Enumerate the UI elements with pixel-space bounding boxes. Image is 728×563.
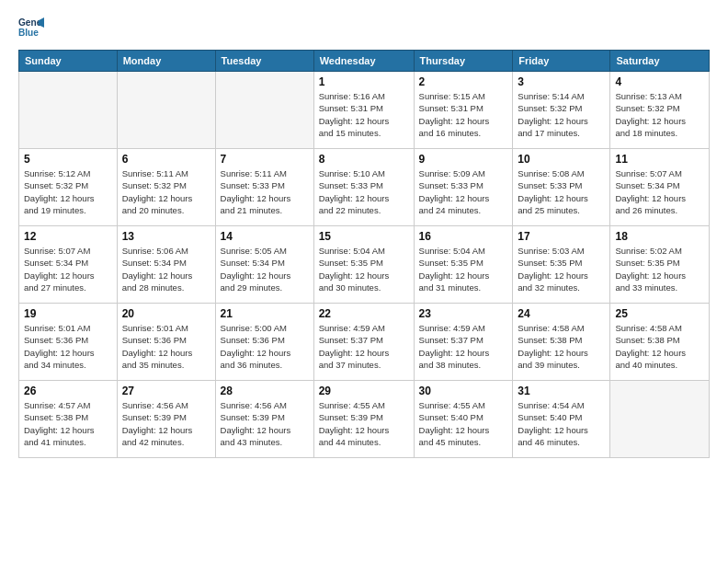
calendar-cell: 29Sunrise: 4:55 AM Sunset: 5:39 PM Dayli… — [313, 381, 414, 458]
day-info: Sunrise: 4:58 AM Sunset: 5:38 PM Dayligh… — [615, 322, 704, 371]
day-number: 29 — [319, 385, 409, 397]
day-number: 28 — [221, 385, 309, 397]
calendar-cell: 28Sunrise: 4:56 AM Sunset: 5:39 PM Dayli… — [215, 381, 313, 458]
day-number: 9 — [419, 153, 508, 166]
day-number: 7 — [221, 153, 309, 166]
calendar-cell: 18Sunrise: 5:02 AM Sunset: 5:35 PM Dayli… — [610, 226, 710, 304]
day-info: Sunrise: 5:03 AM Sunset: 5:35 PM Dayligh… — [518, 245, 605, 293]
calendar-week-row: 12Sunrise: 5:07 AM Sunset: 5:34 PM Dayli… — [19, 226, 710, 304]
calendar-cell: 8Sunrise: 5:10 AM Sunset: 5:33 PM Daylig… — [313, 149, 414, 226]
calendar-cell: 7Sunrise: 5:11 AM Sunset: 5:33 PM Daylig… — [215, 149, 313, 226]
calendar-cell: 31Sunrise: 4:54 AM Sunset: 5:40 PM Dayli… — [513, 381, 610, 458]
day-number: 11 — [615, 153, 704, 166]
logo-icon: General Blue — [18, 15, 44, 40]
day-number: 27 — [122, 385, 210, 397]
day-info: Sunrise: 4:55 AM Sunset: 5:40 PM Dayligh… — [419, 399, 508, 448]
calendar-cell: 10Sunrise: 5:08 AM Sunset: 5:33 PM Dayli… — [513, 149, 610, 226]
calendar-table: SundayMondayTuesdayWednesdayThursdayFrid… — [18, 50, 710, 458]
day-number: 19 — [24, 307, 112, 320]
calendar-cell: 6Sunrise: 5:11 AM Sunset: 5:32 PM Daylig… — [117, 149, 215, 226]
calendar-cell: 30Sunrise: 4:55 AM Sunset: 5:40 PM Dayli… — [414, 381, 513, 458]
day-info: Sunrise: 5:00 AM Sunset: 5:36 PM Dayligh… — [221, 322, 309, 371]
day-number: 2 — [419, 75, 508, 88]
day-info: Sunrise: 5:08 AM Sunset: 5:33 PM Dayligh… — [518, 167, 605, 216]
day-number: 12 — [24, 230, 112, 243]
calendar-cell: 26Sunrise: 4:57 AM Sunset: 5:38 PM Dayli… — [19, 381, 118, 458]
day-number: 26 — [24, 385, 112, 397]
weekday-header: Friday — [513, 51, 610, 72]
day-info: Sunrise: 5:16 AM Sunset: 5:31 PM Dayligh… — [319, 90, 409, 139]
calendar-cell: 2Sunrise: 5:15 AM Sunset: 5:31 PM Daylig… — [414, 72, 513, 149]
day-info: Sunrise: 5:01 AM Sunset: 5:36 PM Dayligh… — [24, 322, 112, 371]
day-number: 5 — [24, 153, 112, 166]
weekday-header-row: SundayMondayTuesdayWednesdayThursdayFrid… — [19, 51, 710, 72]
day-number: 16 — [419, 230, 508, 243]
calendar-cell: 3Sunrise: 5:14 AM Sunset: 5:32 PM Daylig… — [513, 72, 610, 149]
calendar-cell: 27Sunrise: 4:56 AM Sunset: 5:39 PM Dayli… — [117, 381, 215, 458]
day-number: 10 — [518, 153, 605, 166]
calendar-cell: 19Sunrise: 5:01 AM Sunset: 5:36 PM Dayli… — [19, 304, 118, 381]
day-number: 23 — [419, 307, 508, 320]
calendar-cell — [117, 72, 215, 149]
calendar-cell: 23Sunrise: 4:59 AM Sunset: 5:37 PM Dayli… — [414, 304, 513, 381]
day-number: 14 — [221, 230, 309, 243]
day-number: 15 — [319, 230, 409, 243]
weekday-header: Wednesday — [313, 51, 414, 72]
calendar-cell — [215, 72, 313, 149]
calendar-cell: 15Sunrise: 5:04 AM Sunset: 5:35 PM Dayli… — [313, 226, 414, 304]
weekday-header: Saturday — [610, 51, 710, 72]
day-number: 20 — [122, 307, 210, 320]
day-number: 18 — [615, 230, 704, 243]
day-info: Sunrise: 5:11 AM Sunset: 5:33 PM Dayligh… — [221, 167, 309, 216]
day-info: Sunrise: 5:06 AM Sunset: 5:34 PM Dayligh… — [122, 245, 210, 293]
calendar-cell: 16Sunrise: 5:04 AM Sunset: 5:35 PM Dayli… — [414, 226, 513, 304]
day-info: Sunrise: 5:12 AM Sunset: 5:32 PM Dayligh… — [24, 167, 112, 216]
calendar-week-row: 5Sunrise: 5:12 AM Sunset: 5:32 PM Daylig… — [19, 149, 710, 226]
calendar-cell: 25Sunrise: 4:58 AM Sunset: 5:38 PM Dayli… — [610, 304, 710, 381]
calendar-cell: 9Sunrise: 5:09 AM Sunset: 5:33 PM Daylig… — [414, 149, 513, 226]
weekday-header: Thursday — [414, 51, 513, 72]
day-info: Sunrise: 5:07 AM Sunset: 5:34 PM Dayligh… — [24, 245, 112, 293]
day-info: Sunrise: 5:10 AM Sunset: 5:33 PM Dayligh… — [319, 167, 409, 216]
day-info: Sunrise: 5:07 AM Sunset: 5:34 PM Dayligh… — [615, 167, 704, 216]
day-number: 30 — [419, 385, 508, 397]
day-number: 3 — [518, 75, 605, 88]
day-number: 25 — [615, 307, 704, 320]
day-number: 17 — [518, 230, 605, 243]
calendar-cell: 5Sunrise: 5:12 AM Sunset: 5:32 PM Daylig… — [19, 149, 118, 226]
day-info: Sunrise: 5:14 AM Sunset: 5:32 PM Dayligh… — [518, 90, 605, 139]
day-number: 8 — [319, 153, 409, 166]
day-info: Sunrise: 5:04 AM Sunset: 5:35 PM Dayligh… — [419, 245, 508, 293]
day-number: 1 — [319, 75, 409, 88]
day-info: Sunrise: 5:04 AM Sunset: 5:35 PM Dayligh… — [319, 245, 409, 293]
day-info: Sunrise: 4:59 AM Sunset: 5:37 PM Dayligh… — [419, 322, 508, 371]
svg-text:Blue: Blue — [18, 28, 39, 38]
day-info: Sunrise: 4:55 AM Sunset: 5:39 PM Dayligh… — [319, 399, 409, 448]
calendar-cell: 4Sunrise: 5:13 AM Sunset: 5:32 PM Daylig… — [610, 72, 710, 149]
day-number: 22 — [319, 307, 409, 320]
calendar-cell: 17Sunrise: 5:03 AM Sunset: 5:35 PM Dayli… — [513, 226, 610, 304]
day-number: 31 — [518, 385, 605, 397]
calendar-cell: 12Sunrise: 5:07 AM Sunset: 5:34 PM Dayli… — [19, 226, 118, 304]
day-number: 21 — [221, 307, 309, 320]
day-info: Sunrise: 4:56 AM Sunset: 5:39 PM Dayligh… — [221, 399, 309, 448]
day-info: Sunrise: 5:15 AM Sunset: 5:31 PM Dayligh… — [419, 90, 508, 139]
day-number: 4 — [615, 75, 704, 88]
logo: General Blue — [18, 15, 48, 40]
calendar-cell: 14Sunrise: 5:05 AM Sunset: 5:34 PM Dayli… — [215, 226, 313, 304]
calendar-cell: 13Sunrise: 5:06 AM Sunset: 5:34 PM Dayli… — [117, 226, 215, 304]
page: General Blue SundayMondayTuesdayWednesda… — [0, 0, 728, 563]
calendar-cell: 1Sunrise: 5:16 AM Sunset: 5:31 PM Daylig… — [313, 72, 414, 149]
calendar-cell: 24Sunrise: 4:58 AM Sunset: 5:38 PM Dayli… — [513, 304, 610, 381]
day-number: 13 — [122, 230, 210, 243]
header: General Blue — [18, 15, 710, 40]
calendar-cell — [610, 381, 710, 458]
calendar-cell — [19, 72, 118, 149]
day-info: Sunrise: 4:58 AM Sunset: 5:38 PM Dayligh… — [518, 322, 605, 371]
weekday-header: Monday — [117, 51, 215, 72]
day-number: 6 — [122, 153, 210, 166]
day-info: Sunrise: 5:11 AM Sunset: 5:32 PM Dayligh… — [122, 167, 210, 216]
calendar-week-row: 1Sunrise: 5:16 AM Sunset: 5:31 PM Daylig… — [19, 72, 710, 149]
calendar-week-row: 26Sunrise: 4:57 AM Sunset: 5:38 PM Dayli… — [19, 381, 710, 458]
weekday-header: Sunday — [19, 51, 118, 72]
